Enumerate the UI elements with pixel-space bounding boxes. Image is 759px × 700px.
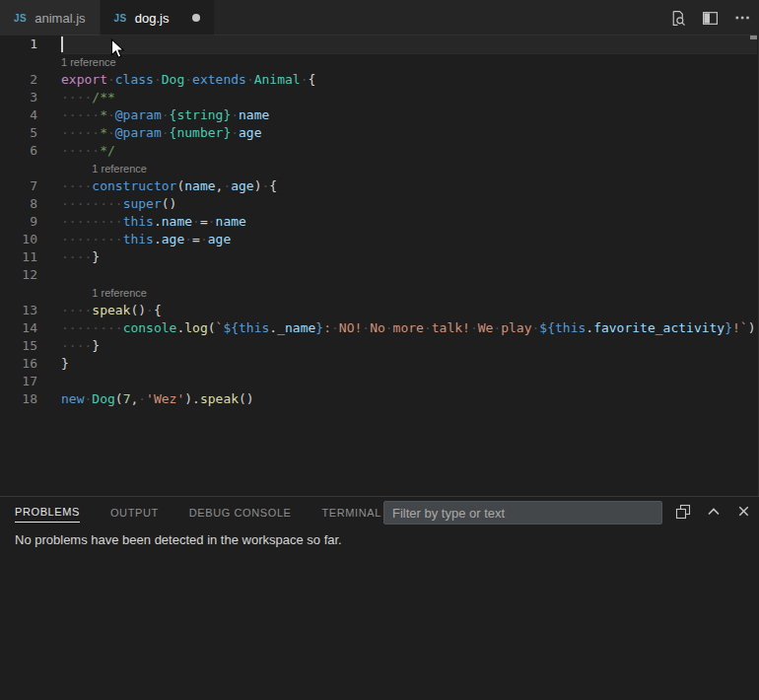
codelens-row[interactable]: 1 reference — [0, 53, 757, 71]
javascript-file-icon: JS — [114, 13, 127, 24]
code-token: · — [208, 214, 216, 229]
code-token: more — [393, 320, 424, 335]
close-panel-icon[interactable] — [736, 504, 751, 519]
code-token: ) — [184, 391, 192, 406]
code-line — [61, 373, 757, 390]
codelens-row[interactable]: 1 reference — [0, 160, 757, 177]
code-token: · — [154, 72, 162, 87]
panel-tab-debug-console[interactable]: DEBUG CONSOLE — [189, 501, 292, 523]
code-token: · — [184, 72, 192, 87]
tab-label: animal.js — [34, 11, 85, 26]
code-token: . — [154, 232, 162, 246]
code-line-row[interactable]: 8········super() — [0, 195, 757, 213]
line-number: 6 — [0, 142, 37, 160]
code-token: name — [162, 214, 192, 229]
code-token: @param — [115, 107, 162, 122]
overview-ruler-cursor-marker — [750, 35, 757, 39]
code-line-row[interactable]: 10········this.age·=·age — [0, 231, 757, 248]
javascript-file-icon: JS — [14, 13, 27, 24]
code-token: {number} — [170, 125, 232, 140]
code-line-row[interactable]: 7····constructor(name,·age)·{ — [0, 177, 757, 195]
code-token: · — [231, 107, 239, 122]
code-line-row[interactable]: 12 — [0, 266, 757, 284]
code-line-row[interactable]: 6·····*/ — [0, 142, 757, 160]
code-token: extends — [192, 72, 246, 87]
code-token: this — [239, 320, 269, 335]
problems-filter-input[interactable] — [383, 501, 662, 525]
code-token: ( — [208, 320, 216, 335]
collapse-all-icon[interactable] — [675, 504, 691, 520]
code-line-row[interactable]: 2export·class·Dog·extends·Animal·{ — [0, 71, 757, 89]
code-line-row[interactable]: 16} — [0, 355, 757, 373]
split-editor-icon[interactable] — [702, 10, 719, 27]
code-token: · — [107, 107, 115, 122]
code-line: ········this.name·=·name — [61, 213, 757, 231]
unsaved-changes-dot-icon[interactable] — [192, 14, 200, 22]
code-token: age — [162, 232, 184, 246]
panel-tab-output[interactable]: OUTPUT — [110, 501, 159, 523]
code-line-row[interactable]: 14········console.log(`${this._name}:·NO… — [0, 319, 757, 337]
line-number: 2 — [0, 71, 37, 89]
code-line-row[interactable]: 18new·Dog(7,·'Wez').speak() — [0, 390, 757, 408]
code-line-row[interactable]: 17 — [0, 373, 757, 390]
code-token: @param — [115, 125, 162, 140]
code-token: play — [501, 320, 531, 335]
code-line-row[interactable]: 1 — [0, 35, 757, 53]
code-token: export — [61, 72, 107, 87]
line-number — [0, 53, 37, 71]
line-number: 11 — [0, 248, 37, 266]
code-line-row[interactable]: 5·····*·@param·{number}·age — [0, 124, 757, 142]
code-token: . — [586, 320, 593, 335]
code-token: Dog — [162, 72, 184, 87]
code-line: ····} — [61, 248, 757, 266]
panel-tab-problems[interactable]: PROBLEMS — [15, 500, 80, 523]
code-token: name — [239, 107, 269, 122]
code-line-row[interactable]: 13····speak()·{ — [0, 302, 757, 319]
code-line-row[interactable]: 4·····*·@param·{string}·name — [0, 106, 757, 124]
code-token: speak — [92, 303, 130, 317]
line-number: 18 — [0, 390, 37, 408]
code-token: name — [184, 178, 215, 193]
code-token: } — [724, 320, 732, 335]
code-line-row[interactable]: 3····/** — [0, 89, 757, 106]
code-token: · — [192, 214, 200, 229]
code-line: ····} — [61, 337, 757, 355]
line-number: 17 — [0, 373, 37, 390]
code-token: } — [92, 338, 100, 353]
code-lines[interactable]: 11 reference2export·class·Dog·extends·An… — [0, 35, 757, 408]
code-token: · — [107, 125, 115, 140]
problems-status-message: No problems have been detected in the wo… — [15, 532, 342, 547]
code-token: We — [478, 320, 494, 335]
code-line-row[interactable]: 9········this.name·=·name — [0, 213, 757, 231]
panel-header: PROBLEMS OUTPUT DEBUG CONSOLE TERMINAL — [0, 497, 759, 525]
panel-tab-terminal[interactable]: TERMINAL — [322, 501, 381, 523]
code-token: () — [130, 303, 146, 317]
code-token: · — [146, 303, 154, 317]
line-number: 7 — [0, 177, 37, 195]
code-line: ········this.age·=·age — [61, 231, 757, 248]
line-number: 3 — [0, 89, 37, 106]
code-token: ····· — [61, 107, 100, 122]
line-number: 1 — [0, 35, 37, 53]
code-token: ${ — [539, 320, 555, 335]
code-token: ( — [115, 391, 123, 406]
tab-animal-js[interactable]: JS animal.js — [0, 0, 101, 35]
code-token: age — [231, 178, 253, 193]
more-actions-icon[interactable]: ⋯ — [734, 0, 751, 35]
editor-action-icons: ⋯ — [669, 0, 751, 35]
code-token: Dog — [92, 391, 114, 406]
code-line-row[interactable]: 15····} — [0, 337, 757, 355]
code-line-row[interactable]: 11····} — [0, 248, 757, 266]
code-token: () — [239, 391, 254, 406]
code-editor[interactable]: 11 reference2export·class·Dog·extends·An… — [0, 35, 759, 496]
file-search-icon[interactable] — [669, 10, 686, 27]
code-token: talk! — [432, 320, 470, 335]
code-line: ····constructor(name,·age)·{ — [61, 177, 757, 195]
line-number: 12 — [0, 266, 37, 284]
code-token: age — [208, 232, 231, 246]
maximize-panel-icon[interactable] — [706, 504, 722, 520]
code-line: ········super() — [61, 195, 757, 213]
codelens-row[interactable]: 1 reference — [0, 284, 757, 302]
code-token: · — [231, 125, 239, 140]
tab-dog-js[interactable]: JS dog.js — [101, 0, 215, 35]
